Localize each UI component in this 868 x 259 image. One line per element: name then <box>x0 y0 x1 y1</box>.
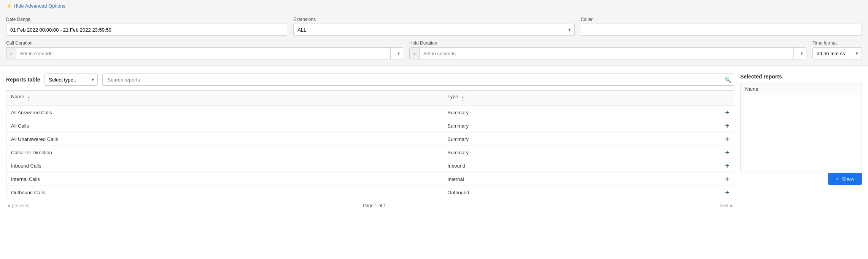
row-name: Inbound Calls <box>6 159 443 173</box>
caller-input[interactable] <box>581 24 862 36</box>
search-icon: 🔍 <box>725 77 731 83</box>
selected-section-inner: Selected reports Name ✓ Show <box>740 74 862 208</box>
lightning-icon: ⚡ <box>6 3 12 9</box>
reports-header: Reports table Select type.. Summary Inbo… <box>6 74 734 86</box>
date-range-input[interactable] <box>6 24 287 36</box>
search-wrap: 🔍 <box>102 74 734 86</box>
row-name: All Unanswered Calls <box>6 133 443 146</box>
date-range-group: Date Range <box>6 17 287 36</box>
main-content: Reports table Select type.. Summary Inbo… <box>0 66 868 216</box>
next-page-button[interactable]: next ► <box>720 203 734 208</box>
col-name-label: Name <box>11 94 24 99</box>
reports-table: Name ▲▼ Type ▲▼ All Answered Calls Summa… <box>6 90 734 199</box>
selected-reports-title: Selected reports <box>740 74 862 80</box>
hide-advanced-label: Hide Advanced Options <box>14 3 65 9</box>
table-row: Calls Per Direction Summary + <box>6 146 734 159</box>
selected-actions: ✓ Show <box>740 171 862 185</box>
type-sort-icon: ▲▼ <box>461 96 464 102</box>
time-format-group: Time format dd hh mm ss hh mm ss mm ss s… <box>812 40 862 59</box>
row-name: Outbound Calls <box>6 186 443 199</box>
type-select[interactable]: Select type.. Summary Inbound Internal O… <box>45 74 98 86</box>
row-name: Calls Per Direction <box>6 146 443 159</box>
hold-duration-input[interactable] <box>420 48 793 59</box>
caller-group: Caller <box>581 17 862 36</box>
row-action: + <box>661 146 734 159</box>
table-row: Internal Calls Internal + <box>6 173 734 186</box>
table-header-row: Name ▲▼ Type ▲▼ <box>6 91 734 106</box>
extensions-select[interactable]: ALL <box>293 24 574 36</box>
reports-section: Reports table Select type.. Summary Inbo… <box>6 74 734 208</box>
row-type: Summary <box>443 146 661 159</box>
time-format-select-wrap: dd hh mm ss hh mm ss mm ss ss ▼ <box>812 47 862 59</box>
show-button-label: Show <box>842 176 854 182</box>
row-action: + <box>661 119 734 133</box>
row-type: Inbound <box>443 159 661 173</box>
call-duration-input-wrap: ‹ ▼ <box>6 47 403 59</box>
extensions-label: Extensions <box>293 17 574 22</box>
col-name-header[interactable]: Name ▲▼ <box>6 91 443 106</box>
call-duration-input[interactable] <box>16 48 390 59</box>
row-type: Internal <box>443 173 661 186</box>
add-report-button[interactable]: + <box>725 109 729 116</box>
reports-table-title: Reports table <box>6 77 40 83</box>
reports-tbody: All Answered Calls Summary + All Calls S… <box>6 106 734 199</box>
call-duration-label: Call Duration <box>6 40 403 46</box>
row-action: + <box>661 186 734 199</box>
selected-tbody <box>741 95 862 171</box>
filters-row-1: Date Range Extensions ALL ▼ Caller <box>6 17 862 36</box>
hold-duration-group: Hold Duration ‹ ▼ <box>409 40 806 59</box>
table-row: All Unanswered Calls Summary + <box>6 133 734 146</box>
page-info: Page 1 of 1 <box>363 203 386 208</box>
row-action: + <box>661 133 734 146</box>
table-row: All Answered Calls Summary + <box>6 106 734 119</box>
previous-page-button[interactable]: ◄ previous <box>6 203 29 208</box>
row-type: Summary <box>443 106 661 119</box>
hold-duration-decrement[interactable]: ‹ <box>410 48 420 59</box>
row-name: All Calls <box>6 119 443 133</box>
extensions-group: Extensions ALL ▼ <box>293 17 574 36</box>
hold-duration-label: Hold Duration <box>409 40 806 46</box>
time-format-select[interactable]: dd hh mm ss hh mm ss mm ss ss <box>812 47 862 59</box>
col-type-label: Type <box>447 94 458 99</box>
filters-row-2: Call Duration ‹ ▼ Hold Duration ‹ <box>6 40 862 59</box>
row-action: + <box>661 173 734 186</box>
row-type: Summary <box>443 133 661 146</box>
add-report-button[interactable]: + <box>725 189 729 196</box>
search-input[interactable] <box>102 74 734 86</box>
table-row: Outbound Calls Outbound + <box>6 186 734 199</box>
call-duration-decrement[interactable]: ‹ <box>6 48 16 59</box>
time-format-label: Time format <box>812 40 862 46</box>
table-row: Inbound Calls Inbound + <box>6 159 734 173</box>
add-report-button[interactable]: + <box>725 122 729 129</box>
top-bar: ⚡ Hide Advanced Options <box>0 0 868 12</box>
type-select-wrap: Select type.. Summary Inbound Internal O… <box>45 74 98 86</box>
hide-advanced-button[interactable]: ⚡ Hide Advanced Options <box>6 3 65 9</box>
check-icon: ✓ <box>836 176 839 182</box>
call-duration-select[interactable] <box>390 47 403 59</box>
add-report-button[interactable]: + <box>725 176 729 182</box>
add-report-button[interactable]: + <box>725 162 729 169</box>
col-type-header[interactable]: Type ▲▼ <box>443 91 661 106</box>
caller-label: Caller <box>581 17 862 22</box>
call-duration-select-wrap: ▼ <box>390 47 403 59</box>
date-range-label: Date Range <box>6 17 287 22</box>
add-report-button[interactable]: + <box>725 136 729 142</box>
advanced-panel: Date Range Extensions ALL ▼ Caller Call … <box>0 12 868 66</box>
selected-reports-section: Selected reports Name ✓ Show <box>740 74 862 208</box>
hold-duration-select[interactable] <box>793 47 806 59</box>
extensions-select-wrap: ALL ▼ <box>293 24 574 36</box>
row-type: Outbound <box>443 186 661 199</box>
hold-duration-input-wrap: ‹ ▼ <box>409 47 806 59</box>
table-row: All Calls Summary + <box>6 119 734 133</box>
row-type: Summary <box>443 119 661 133</box>
selected-empty-row <box>741 95 862 171</box>
selected-header-row: Name <box>741 83 862 95</box>
show-button[interactable]: ✓ Show <box>828 173 862 185</box>
selected-col-name-header: Name <box>741 83 862 95</box>
search-button[interactable]: 🔍 <box>725 77 731 83</box>
row-action: + <box>661 159 734 173</box>
hold-duration-select-wrap: ▼ <box>793 47 806 59</box>
call-duration-group: Call Duration ‹ ▼ <box>6 40 403 59</box>
add-report-button[interactable]: + <box>725 149 729 156</box>
name-sort-icon: ▲▼ <box>27 96 30 102</box>
